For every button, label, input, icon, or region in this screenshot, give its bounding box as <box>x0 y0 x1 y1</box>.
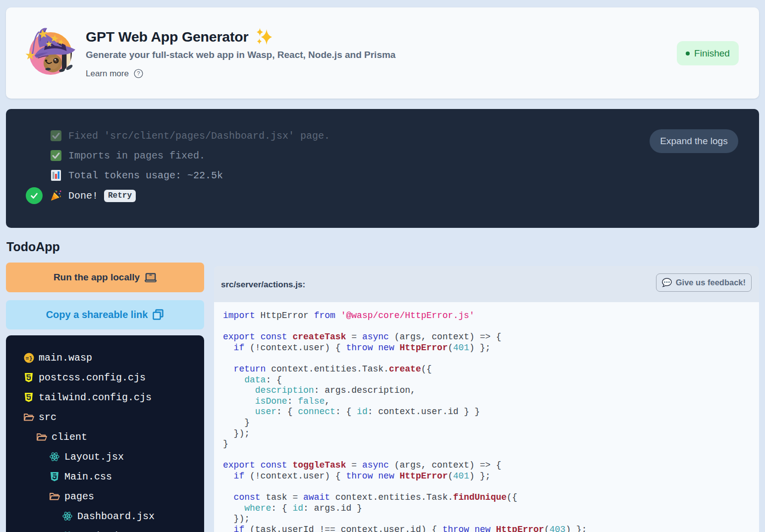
svg-text:=}: =} <box>25 355 32 361</box>
svg-text:?: ? <box>137 70 140 76</box>
